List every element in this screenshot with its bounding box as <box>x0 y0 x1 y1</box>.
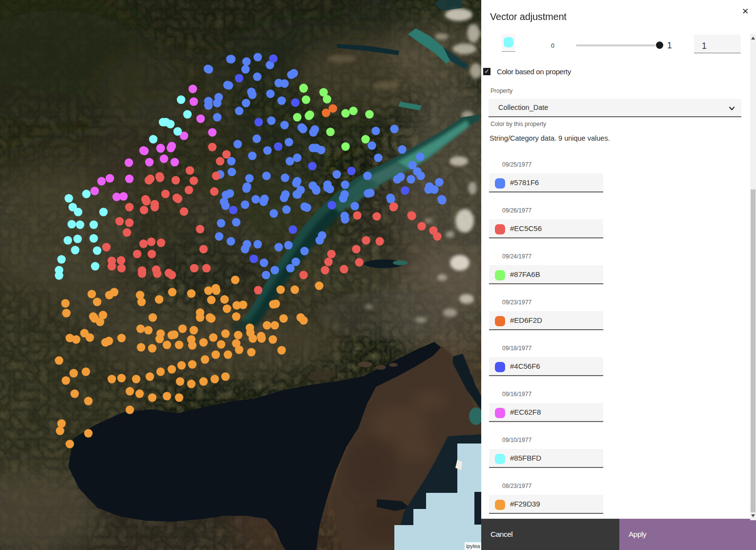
svg-text:ipylea: ipylea <box>466 543 481 549</box>
